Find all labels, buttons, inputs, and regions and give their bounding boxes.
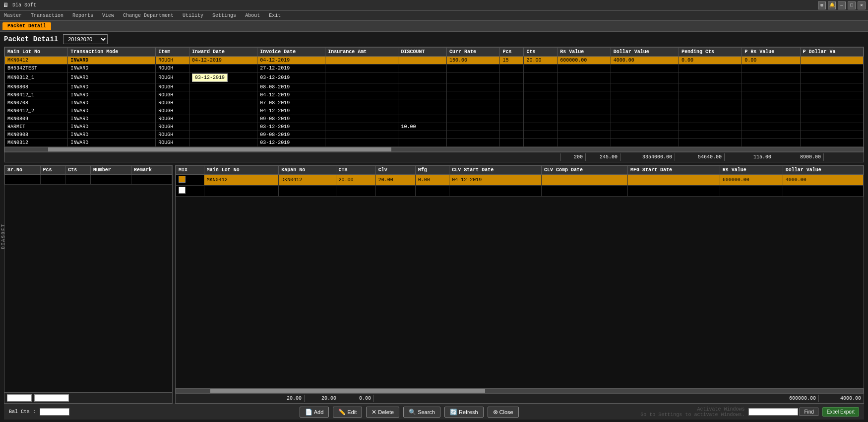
cell-p-rs-value <box>742 123 800 131</box>
close-window-btn[interactable]: ✕ <box>858 1 866 9</box>
cell-insurance-amt <box>325 107 398 115</box>
menu-change-department[interactable]: Change Department <box>122 12 175 19</box>
cell-main-lot-no: MKN0908 <box>5 131 68 139</box>
table-row[interactable]: MKN0708INWARDROUGH07-08-2019 <box>5 99 864 107</box>
maximize-btn[interactable]: □ <box>848 1 856 9</box>
cell-item: ROUGH <box>156 123 189 131</box>
side-label: DIASOFT <box>1 223 6 249</box>
bell-icon-btn[interactable]: 🔔 <box>828 1 836 9</box>
cell-mix[interactable] <box>176 186 204 197</box>
bottom-left-table: Sr.No Pcs Cts Number Remark <box>4 165 172 185</box>
main-table: Main Lot No Transaction Mode Item Inward… <box>4 47 864 147</box>
table-row[interactable] <box>176 186 864 197</box>
title-bar-title: Dia Soft <box>12 2 36 8</box>
table-row[interactable]: MKN0412INWARDROUGH04-12-201904-12-201915… <box>5 57 864 65</box>
menu-settings[interactable]: Settings <box>211 12 238 19</box>
menu-view[interactable]: View <box>101 12 116 19</box>
col-insurance-amt: Insurance Amt <box>325 48 398 57</box>
cell-transaction-mode: INWARD <box>68 65 156 72</box>
bottom-right-table-wrap[interactable]: MIX Main Lot No Kapan No CTS Clv Mfg CLV… <box>176 165 864 388</box>
table-row[interactable]: MKN0312_1INWARDROUGH03-12-201903-12-2019 <box>5 72 864 83</box>
menu-about[interactable]: About <box>244 12 261 19</box>
cell-transaction-mode: INWARD <box>68 83 156 91</box>
cell-rs-value: 600000.00 <box>720 175 783 186</box>
menu-master[interactable]: Master <box>2 12 23 19</box>
col-transaction-mode: Transaction Mode <box>68 48 156 57</box>
title-bar-controls: ⊞ 🔔 ─ □ ✕ <box>818 1 866 9</box>
col-curr-rate: Curr Rate <box>447 48 500 57</box>
delete-button[interactable]: ✕ Delete <box>366 407 399 418</box>
cell-p-rs-value <box>742 131 800 139</box>
mix-checkbox[interactable] <box>179 176 186 183</box>
tab-packet-detail[interactable]: Packet Detail <box>2 22 51 30</box>
bottom-left-pcs-total[interactable]: 0 <box>7 394 32 402</box>
cell-rs-value <box>558 65 611 72</box>
cell-item: ROUGH <box>156 83 189 91</box>
cell-dollar-value: 4000.00 <box>611 57 679 65</box>
table-row[interactable]: MKN0412_2INWARDROUGH04-12-2019 <box>5 107 864 115</box>
cell-main-lot-no: MKN0412 <box>204 175 279 186</box>
table-row[interactable]: MKN0412_1INWARDROUGH04-12-2019 <box>5 91 864 99</box>
year-select[interactable]: 20192020 <box>63 34 108 44</box>
table-row[interactable]: MKN0809INWARDROUGH09-08-2019 <box>5 115 864 123</box>
cell-invoice-date: 03-12-2019 <box>257 123 325 131</box>
minimize-btn[interactable]: ─ <box>838 1 846 9</box>
cell-transaction-mode: INWARD <box>68 115 156 123</box>
cell-p-rs-value <box>742 83 800 91</box>
refresh-label: Refresh <box>459 409 478 415</box>
cell-dollar-value <box>611 83 679 91</box>
cell-pcs <box>500 99 524 107</box>
add-button[interactable]: 📄 Add <box>300 407 329 418</box>
cell-curr-rate <box>447 91 500 99</box>
windows-icon-btn[interactable]: ⊞ <box>818 1 826 9</box>
cell-insurance-amt <box>325 139 398 147</box>
close-label: Close <box>499 409 513 415</box>
title-bar: 🖥 Dia Soft ⊞ 🔔 ─ □ ✕ <box>0 0 868 11</box>
menu-utility[interactable]: Utility <box>181 12 205 19</box>
cell-discount <box>398 131 447 139</box>
main-table-scrollbar[interactable] <box>4 147 864 152</box>
main-table-scroll[interactable]: Main Lot No Transaction Mode Item Inward… <box>4 47 864 147</box>
refresh-button[interactable]: 🔄 Refresh <box>444 407 484 418</box>
cell-curr-rate <box>447 107 500 115</box>
mix-checkbox[interactable] <box>179 187 186 194</box>
table-row[interactable]: MKN0908INWARDROUGH09-08-2019 <box>5 131 864 139</box>
cell-discount <box>398 115 447 123</box>
table-row[interactable]: MKN0808INWARDROUGH08-08-2019 <box>5 83 864 91</box>
menu-exit[interactable]: Exit <box>267 12 282 19</box>
total-pcs: 200 <box>561 153 586 161</box>
cell-main-lot-no: HARMIT <box>5 123 68 131</box>
bottom-left-cts-total[interactable]: 0.00 <box>34 394 69 402</box>
cell-main-lot-no: MKN0412 <box>5 57 68 65</box>
table-row[interactable]: HARMITINWARDROUGH03-12-201910.00 <box>5 123 864 131</box>
cell-discount <box>398 65 447 72</box>
bal-cts-input[interactable]: 0 <box>40 408 69 416</box>
col-mix: MIX <box>176 166 204 175</box>
col-dollar-value: Dollar Value <box>611 48 679 57</box>
cell-main-lot-no: MKN0412_1 <box>5 91 68 99</box>
col-main-lot-no: Main Lot No <box>5 48 68 57</box>
find-button[interactable]: Find <box>800 408 818 416</box>
table-row[interactable]: BH5342TESTINWARDROUGH27-12-2019 <box>5 65 864 72</box>
edit-label: Edit <box>347 409 357 415</box>
bottom-left-header: Sr.No Pcs Cts Number Remark <box>5 166 172 175</box>
search-button[interactable]: 🔍 Search <box>403 407 440 418</box>
close-button[interactable]: ⊗ Close <box>488 407 519 418</box>
table-row[interactable]: MKN0312INWARDROUGH03-12-2019 <box>5 139 864 147</box>
cell-inward-date <box>189 107 257 115</box>
menu-reports[interactable]: Reports <box>71 12 95 19</box>
find-input[interactable] <box>748 408 798 416</box>
excel-export-button[interactable]: Excel Export <box>822 407 859 417</box>
menu-transaction[interactable]: Transaction <box>29 12 65 19</box>
total-pending-cts: 115.00 <box>725 153 774 161</box>
cell-rs-value <box>720 186 783 197</box>
cell-mix[interactable] <box>176 175 204 186</box>
br-total-rs-value: 600000.00 <box>764 395 819 402</box>
cell-dollar-value <box>611 107 679 115</box>
delete-label: Delete <box>378 409 394 415</box>
bottom-right-scrollbar[interactable] <box>176 388 864 393</box>
table-row[interactable]: MKN0412DKN041220.0020.000.0004-12-201960… <box>176 175 864 186</box>
cell-clv-start-date: 04-12-2019 <box>449 175 542 186</box>
cell-transaction-mode: INWARD <box>68 123 156 131</box>
edit-button[interactable]: ✏️ Edit <box>333 407 362 418</box>
